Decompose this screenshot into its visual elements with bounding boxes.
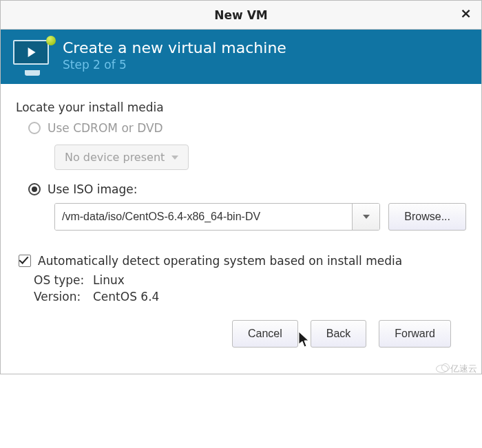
option-cdrom-label: Use CDROM or DVD [48,121,163,135]
dialog-footer: Cancel Back Forward [16,306,466,363]
banner-step: Step 2 of 5 [63,58,286,72]
autodetect-row[interactable]: Automatically detect operating system ba… [19,254,466,268]
close-icon[interactable]: × [460,6,472,20]
autodetect-label: Automatically detect operating system ba… [38,254,402,268]
titlebar: New VM × [1,1,481,30]
option-cdrom-row[interactable]: Use CDROM or DVD [28,121,466,135]
iso-path-dropdown-button[interactable] [352,204,379,230]
os-type-value: Linux [93,273,125,287]
browse-button[interactable]: Browse... [388,203,466,231]
dialog-window: New VM × Create a new virtual machine St… [0,0,482,374]
radio-iso[interactable] [28,183,41,195]
chevron-down-icon [171,156,178,160]
vm-monitor-icon [13,40,52,72]
forward-button[interactable]: Forward [379,320,451,348]
back-button[interactable]: Back [311,320,367,348]
iso-path-input[interactable] [55,204,352,230]
cdrom-device-text: No device present [65,151,165,164]
locate-media-label: Locate your install media [16,100,466,114]
option-iso-row[interactable]: Use ISO image: [28,182,466,196]
version-label: Version: [34,290,93,303]
autodetect-checkbox[interactable] [19,255,31,267]
window-title: New VM [214,8,267,22]
os-type-label: OS type: [34,273,93,287]
version-row: Version: CentOS 6.4 [34,290,466,303]
os-type-row: OS type: Linux [34,273,466,287]
wizard-banner: Create a new virtual machine Step 2 of 5 [1,30,481,84]
chevron-down-icon [363,215,370,219]
cancel-button[interactable]: Cancel [232,320,298,348]
radio-cdrom[interactable] [28,122,41,134]
dialog-body: Locate your install media Use CDROM or D… [1,84,481,374]
iso-path-field [54,203,380,231]
cdrom-device-combobox: No device present [54,145,189,170]
version-value: CentOS 6.4 [93,290,159,303]
option-iso-label: Use ISO image: [48,182,137,196]
banner-heading: Create a new virtual machine [63,39,286,56]
